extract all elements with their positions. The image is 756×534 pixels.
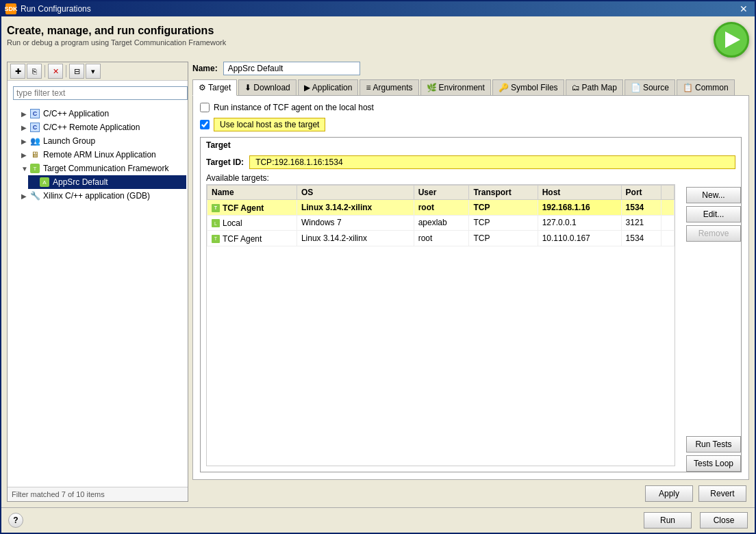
application-tab-icon: ▶ bbox=[304, 83, 310, 92]
tab-symbol-label: Symbol Files bbox=[511, 83, 558, 92]
tree-item-launch-group[interactable]: ▶ 👥 Launch Group bbox=[18, 134, 186, 148]
target-id-label: Target ID: bbox=[206, 157, 244, 167]
edit-target-button[interactable]: Edit... bbox=[686, 206, 741, 222]
tab-download[interactable]: ⬇ Download bbox=[238, 79, 296, 95]
cell-host: 127.0.0.1 bbox=[538, 215, 621, 231]
new-target-button[interactable]: New... bbox=[686, 187, 741, 203]
tree-item-label: C/C++ Application bbox=[43, 109, 109, 118]
tree-item-appsrc-default[interactable]: A AppSrc Default bbox=[28, 175, 186, 189]
cell-transport: TCP bbox=[469, 231, 538, 246]
run-tests-button[interactable]: Run Tests bbox=[686, 436, 741, 453]
cell-name-text: TCF Agent bbox=[223, 234, 262, 244]
run-tcf-agent-checkbox[interactable] bbox=[200, 103, 210, 112]
left-panel: ✚ ⎘ ✕ ⊟ ▾ ▶ C C/C++ App bbox=[7, 62, 188, 502]
common-tab-icon: 📋 bbox=[683, 83, 693, 92]
tab-environment[interactable]: 🌿 Environment bbox=[420, 79, 491, 95]
cell-name-text: TCF Agent bbox=[223, 203, 264, 213]
new-config-button[interactable]: ✚ bbox=[10, 64, 25, 79]
tcf-icon: T bbox=[29, 163, 40, 174]
tab-path-map[interactable]: 🗂 Path Map bbox=[566, 79, 623, 95]
use-localhost-label: Use local host as the target bbox=[214, 118, 325, 131]
tab-common[interactable]: 📋 Common bbox=[677, 79, 735, 95]
cell-extra bbox=[661, 215, 674, 231]
close-dialog-button[interactable]: Close bbox=[700, 512, 748, 529]
cell-name-text: Local bbox=[223, 218, 242, 228]
col-host: Host bbox=[538, 186, 621, 200]
tab-symbol-files[interactable]: 🔑 Symbol Files bbox=[492, 79, 564, 95]
expand-icon: ▶ bbox=[21, 192, 29, 200]
table-row[interactable]: T TCF Agent Linux 3.14.2-xilinx root TCP bbox=[207, 200, 675, 216]
tabs-bar: ⚙ Target ⬇ Download ▶ Application ≡ Argu… bbox=[192, 78, 749, 96]
tab-application[interactable]: ▶ Application bbox=[298, 79, 359, 95]
window-title: Run Configurations bbox=[21, 4, 91, 14]
target-group: Target Target ID: TCP:192.168.1.16:1534 … bbox=[200, 137, 742, 472]
tab-content-target: Run instance of TCF agent on the local h… bbox=[192, 96, 749, 480]
tree-item-cpp-app[interactable]: ▶ C C/C++ Application bbox=[18, 107, 186, 120]
tab-arguments[interactable]: ≡ Arguments bbox=[360, 79, 418, 95]
expand-icon: ▼ bbox=[21, 165, 29, 173]
tab-environment-label: Environment bbox=[439, 83, 485, 92]
right-action-buttons: New... Edit... Remove Run Tests Tests Lo… bbox=[686, 184, 741, 472]
use-localhost-checkbox[interactable] bbox=[200, 120, 210, 129]
pathmap-tab-icon: 🗂 bbox=[572, 83, 580, 92]
revert-button[interactable]: Revert bbox=[698, 485, 746, 502]
tab-common-label: Common bbox=[695, 83, 729, 92]
run-play-button[interactable] bbox=[714, 22, 749, 58]
cell-os: Linux 3.14.2-xilinx bbox=[297, 231, 414, 246]
tree-item-label: Xilinx C/++ application (GDB) bbox=[43, 191, 150, 201]
tab-target[interactable]: ⚙ Target bbox=[192, 79, 237, 96]
target-group-title: Target bbox=[201, 138, 741, 153]
delete-button[interactable]: ✕ bbox=[48, 64, 63, 79]
tests-loop-button[interactable]: Tests Loop bbox=[686, 455, 741, 472]
expand-icon: ▶ bbox=[21, 138, 29, 145]
cell-os: Linux 3.14.2-xilinx bbox=[297, 200, 414, 216]
run-tcf-agent-label: Run instance of TCF agent on the local h… bbox=[214, 103, 374, 112]
tree-item-arm-linux[interactable]: ▶ 🖥 Remote ARM Linux Application bbox=[18, 148, 186, 162]
dropdown-button[interactable]: ▾ bbox=[86, 64, 101, 79]
name-input[interactable] bbox=[223, 62, 360, 75]
collapse-button[interactable]: ⊟ bbox=[69, 64, 84, 79]
cpp-remote-icon: C bbox=[29, 122, 40, 133]
cell-transport: TCP bbox=[469, 215, 538, 231]
download-tab-icon: ⬇ bbox=[244, 83, 251, 92]
apply-button[interactable]: Apply bbox=[645, 485, 693, 502]
close-button[interactable]: ✕ bbox=[737, 3, 751, 14]
tab-download-label: Download bbox=[253, 83, 290, 92]
app-icon: SDK bbox=[5, 3, 16, 14]
search-input[interactable] bbox=[13, 86, 188, 100]
cell-user: root bbox=[414, 200, 469, 216]
help-button[interactable]: ? bbox=[8, 513, 23, 528]
tree-item-label: Launch Group bbox=[43, 136, 95, 146]
run-button[interactable]: Run bbox=[644, 512, 692, 529]
remove-target-button[interactable]: Remove bbox=[686, 225, 741, 242]
tree-item-xilinx[interactable]: ▶ 🔧 Xilinx C/++ application (GDB) bbox=[18, 189, 186, 203]
row-icon: T bbox=[212, 204, 220, 212]
left-toolbar: ✚ ⎘ ✕ ⊟ ▾ bbox=[8, 62, 188, 81]
footer-bar: ? Run Close bbox=[1, 507, 755, 533]
arm-icon: 🖥 bbox=[29, 149, 40, 160]
tree-item-tcf[interactable]: ▼ T Target Communication Framework bbox=[18, 162, 186, 175]
table-row[interactable]: L Local Windows 7 apexlab TCP 127.0.0. bbox=[207, 215, 675, 231]
name-bar: Name: bbox=[192, 62, 749, 75]
duplicate-button[interactable]: ⎘ bbox=[27, 64, 42, 79]
tree-item-label: Target Communication Framework bbox=[43, 164, 168, 173]
row-icon: L bbox=[212, 219, 220, 227]
table-row[interactable]: T TCF Agent Linux 3.14.2-xilinx root TCP bbox=[207, 231, 675, 246]
col-transport: Transport bbox=[469, 186, 538, 200]
tree-item-cpp-remote[interactable]: ▶ C C/C++ Remote Application bbox=[18, 120, 186, 134]
main-content: Create, manage, and run configurations R… bbox=[1, 16, 755, 507]
expand-icon bbox=[31, 179, 39, 186]
symbol-tab-icon: 🔑 bbox=[499, 83, 509, 92]
targets-table: Name OS User Transport Host Port bbox=[207, 185, 675, 246]
group-icon: 👥 bbox=[29, 136, 40, 147]
cell-host: 10.110.0.167 bbox=[538, 231, 621, 246]
available-targets-label: Available targets: bbox=[201, 172, 741, 184]
cell-extra bbox=[661, 231, 674, 246]
tab-source[interactable]: 📄 Source bbox=[625, 79, 675, 95]
tables-and-buttons: Name OS User Transport Host Port bbox=[201, 184, 741, 472]
toolbar-separator bbox=[45, 65, 45, 77]
cell-name: T TCF Agent bbox=[207, 231, 297, 246]
col-os: OS bbox=[297, 186, 414, 200]
header-subtitle: Run or debug a program using Target Comm… bbox=[7, 38, 226, 47]
search-area bbox=[8, 81, 188, 105]
